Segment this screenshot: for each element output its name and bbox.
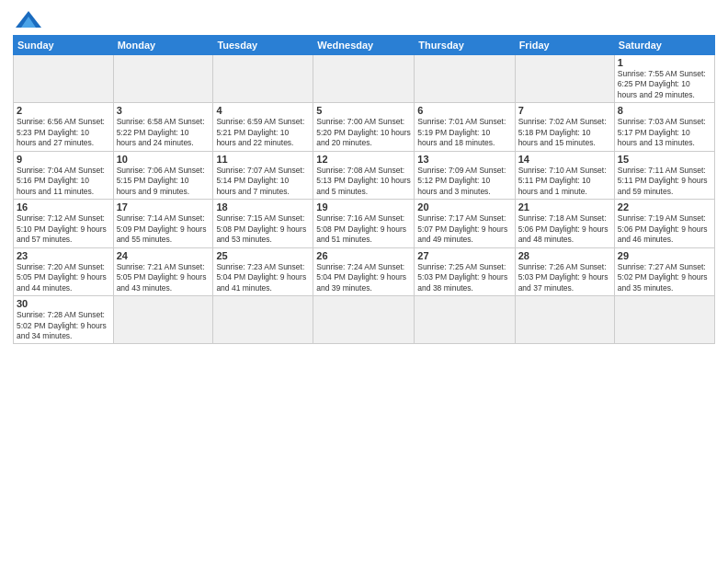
calendar-cell: 26Sunrise: 7:24 AM Sunset: 5:04 PM Dayli… <box>313 247 415 295</box>
day-info: Sunrise: 7:14 AM Sunset: 5:09 PM Dayligh… <box>117 213 210 245</box>
day-info: Sunrise: 7:24 AM Sunset: 5:04 PM Dayligh… <box>316 262 411 293</box>
day-info: Sunrise: 7:25 AM Sunset: 5:03 PM Dayligh… <box>417 262 511 293</box>
day-info: Sunrise: 7:15 AM Sunset: 5:08 PM Dayligh… <box>216 213 310 245</box>
calendar-cell: 24Sunrise: 7:21 AM Sunset: 5:05 PM Dayli… <box>113 247 213 295</box>
calendar-cell: 11Sunrise: 7:07 AM Sunset: 5:14 PM Dayli… <box>213 151 313 199</box>
day-info: Sunrise: 7:28 AM Sunset: 5:02 PM Dayligh… <box>17 310 110 341</box>
calendar-cell: 6Sunrise: 7:01 AM Sunset: 5:19 PM Daylig… <box>415 103 515 151</box>
day-number: 1 <box>618 57 711 68</box>
day-number: 16 <box>17 201 110 213</box>
day-number: 24 <box>117 250 210 261</box>
day-number: 21 <box>518 201 611 213</box>
calendar-cell: 29Sunrise: 7:27 AM Sunset: 5:02 PM Dayli… <box>614 247 714 295</box>
day-info: Sunrise: 7:06 AM Sunset: 5:15 PM Dayligh… <box>117 166 210 197</box>
day-info: Sunrise: 7:18 AM Sunset: 5:06 PM Dayligh… <box>518 213 611 245</box>
weekday-header-saturday: Saturday <box>614 36 714 55</box>
calendar-cell: 30Sunrise: 7:28 AM Sunset: 5:02 PM Dayli… <box>14 296 114 344</box>
page: SundayMondayTuesdayWednesdayThursdayFrid… <box>0 0 728 563</box>
day-number: 25 <box>216 250 310 261</box>
day-number: 26 <box>316 250 411 261</box>
day-info: Sunrise: 7:21 AM Sunset: 5:05 PM Dayligh… <box>117 262 210 293</box>
week-row-0: 1Sunrise: 7:55 AM Sunset: 6:25 PM Daylig… <box>14 55 715 103</box>
calendar-cell <box>113 296 213 344</box>
day-number: 27 <box>417 250 511 261</box>
day-info: Sunrise: 7:04 AM Sunset: 5:16 PM Dayligh… <box>17 166 110 197</box>
day-info: Sunrise: 7:02 AM Sunset: 5:18 PM Dayligh… <box>518 117 611 148</box>
day-info: Sunrise: 7:27 AM Sunset: 5:02 PM Dayligh… <box>618 262 711 293</box>
calendar-cell: 2Sunrise: 6:56 AM Sunset: 5:23 PM Daylig… <box>14 103 114 151</box>
day-info: Sunrise: 7:07 AM Sunset: 5:14 PM Dayligh… <box>216 166 310 197</box>
logo-icon <box>16 9 41 29</box>
week-row-3: 16Sunrise: 7:12 AM Sunset: 5:10 PM Dayli… <box>14 200 715 247</box>
day-number: 20 <box>417 201 511 213</box>
calendar-cell <box>313 55 415 103</box>
calendar-cell <box>213 55 313 103</box>
week-row-2: 9Sunrise: 7:04 AM Sunset: 5:16 PM Daylig… <box>14 151 715 199</box>
week-row-4: 23Sunrise: 7:20 AM Sunset: 5:05 PM Dayli… <box>14 247 715 295</box>
day-info: Sunrise: 7:20 AM Sunset: 5:05 PM Dayligh… <box>17 262 110 293</box>
weekday-header-tuesday: Tuesday <box>213 36 313 55</box>
calendar-cell: 27Sunrise: 7:25 AM Sunset: 5:03 PM Dayli… <box>415 247 515 295</box>
calendar-cell: 13Sunrise: 7:09 AM Sunset: 5:12 PM Dayli… <box>415 151 515 199</box>
day-info: Sunrise: 7:26 AM Sunset: 5:03 PM Dayligh… <box>518 262 611 293</box>
header <box>13 9 715 29</box>
calendar-table: SundayMondayTuesdayWednesdayThursdayFrid… <box>13 35 715 344</box>
day-number: 7 <box>518 105 611 116</box>
day-number: 19 <box>316 201 411 213</box>
calendar-cell: 14Sunrise: 7:10 AM Sunset: 5:11 PM Dayli… <box>515 151 614 199</box>
calendar-cell: 22Sunrise: 7:19 AM Sunset: 5:06 PM Dayli… <box>614 200 714 247</box>
calendar-cell: 23Sunrise: 7:20 AM Sunset: 5:05 PM Dayli… <box>14 247 114 295</box>
day-info: Sunrise: 7:09 AM Sunset: 5:12 PM Dayligh… <box>417 166 511 197</box>
calendar-cell: 7Sunrise: 7:02 AM Sunset: 5:18 PM Daylig… <box>515 103 614 151</box>
day-number: 2 <box>17 105 110 116</box>
day-number: 30 <box>17 298 110 309</box>
day-info: Sunrise: 7:16 AM Sunset: 5:08 PM Dayligh… <box>316 213 411 245</box>
week-row-5: 30Sunrise: 7:28 AM Sunset: 5:02 PM Dayli… <box>14 296 715 344</box>
day-info: Sunrise: 7:23 AM Sunset: 5:04 PM Dayligh… <box>216 262 310 293</box>
calendar-cell: 28Sunrise: 7:26 AM Sunset: 5:03 PM Dayli… <box>515 247 614 295</box>
calendar-cell: 4Sunrise: 6:59 AM Sunset: 5:21 PM Daylig… <box>213 103 313 151</box>
day-number: 6 <box>417 105 511 116</box>
day-info: Sunrise: 6:59 AM Sunset: 5:21 PM Dayligh… <box>216 117 310 148</box>
day-info: Sunrise: 7:12 AM Sunset: 5:10 PM Dayligh… <box>17 213 110 245</box>
calendar-cell: 8Sunrise: 7:03 AM Sunset: 5:17 PM Daylig… <box>614 103 714 151</box>
calendar-cell: 9Sunrise: 7:04 AM Sunset: 5:16 PM Daylig… <box>14 151 114 199</box>
calendar-cell <box>313 296 415 344</box>
day-number: 13 <box>417 154 511 165</box>
day-info: Sunrise: 7:01 AM Sunset: 5:19 PM Dayligh… <box>417 117 511 148</box>
day-number: 15 <box>618 154 711 165</box>
calendar-cell: 18Sunrise: 7:15 AM Sunset: 5:08 PM Dayli… <box>213 200 313 247</box>
day-number: 11 <box>216 154 310 165</box>
logo-text <box>13 9 41 29</box>
calendar-cell <box>213 296 313 344</box>
day-number: 10 <box>117 154 210 165</box>
calendar-cell: 10Sunrise: 7:06 AM Sunset: 5:15 PM Dayli… <box>113 151 213 199</box>
day-number: 3 <box>117 105 210 116</box>
day-info: Sunrise: 6:56 AM Sunset: 5:23 PM Dayligh… <box>17 117 110 148</box>
calendar-cell <box>415 55 515 103</box>
day-info: Sunrise: 7:19 AM Sunset: 5:06 PM Dayligh… <box>618 213 711 245</box>
day-info: Sunrise: 7:08 AM Sunset: 5:13 PM Dayligh… <box>316 166 411 197</box>
day-number: 12 <box>316 154 411 165</box>
weekday-header-monday: Monday <box>113 36 213 55</box>
calendar-cell <box>515 55 614 103</box>
day-info: Sunrise: 7:10 AM Sunset: 5:11 PM Dayligh… <box>518 166 611 197</box>
calendar-cell <box>113 55 213 103</box>
day-number: 18 <box>216 201 310 213</box>
day-info: Sunrise: 7:55 AM Sunset: 6:25 PM Dayligh… <box>618 69 711 100</box>
day-number: 8 <box>618 105 711 116</box>
calendar-cell: 5Sunrise: 7:00 AM Sunset: 5:20 PM Daylig… <box>313 103 415 151</box>
calendar-cell: 12Sunrise: 7:08 AM Sunset: 5:13 PM Dayli… <box>313 151 415 199</box>
week-row-1: 2Sunrise: 6:56 AM Sunset: 5:23 PM Daylig… <box>14 103 715 151</box>
calendar-cell <box>415 296 515 344</box>
weekday-header-friday: Friday <box>515 36 614 55</box>
calendar-cell: 16Sunrise: 7:12 AM Sunset: 5:10 PM Dayli… <box>14 200 114 247</box>
calendar-cell: 20Sunrise: 7:17 AM Sunset: 5:07 PM Dayli… <box>415 200 515 247</box>
weekday-header-thursday: Thursday <box>415 36 515 55</box>
logo-area <box>13 9 41 29</box>
day-number: 23 <box>17 250 110 261</box>
day-number: 22 <box>618 201 711 213</box>
calendar-cell: 21Sunrise: 7:18 AM Sunset: 5:06 PM Dayli… <box>515 200 614 247</box>
calendar-cell: 17Sunrise: 7:14 AM Sunset: 5:09 PM Dayli… <box>113 200 213 247</box>
day-info: Sunrise: 7:11 AM Sunset: 5:11 PM Dayligh… <box>618 166 711 197</box>
